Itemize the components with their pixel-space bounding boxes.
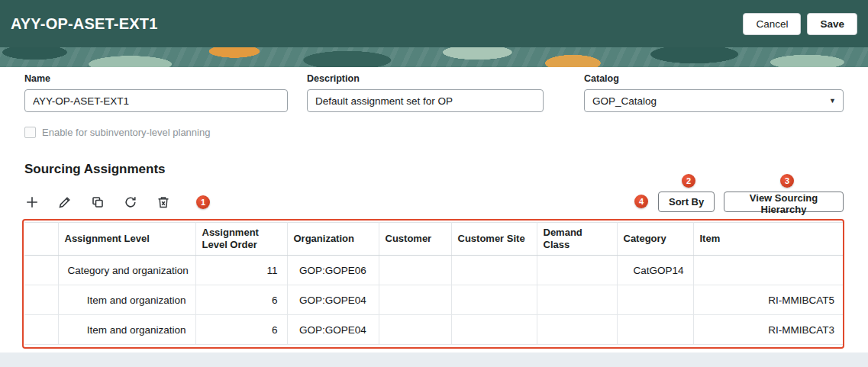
cell-customer bbox=[379, 315, 451, 345]
section-title: Sourcing Assignments bbox=[24, 162, 166, 177]
cell-organization: GOP:GOPE04 bbox=[287, 285, 379, 315]
refresh-icon bbox=[123, 195, 138, 210]
duplicate-icon bbox=[90, 195, 105, 210]
header-demand-class: Demand Class bbox=[537, 223, 617, 256]
header-category: Category bbox=[617, 223, 693, 256]
subinventory-checkbox-label: Enable for subinventory-level planning bbox=[42, 127, 210, 138]
add-icon bbox=[24, 195, 40, 210]
table-row[interactable]: Item and organization 6 GOP:GOPE04 RI-MM… bbox=[24, 315, 844, 345]
name-label: Name bbox=[24, 73, 288, 84]
edit-button[interactable] bbox=[56, 193, 74, 211]
cell-demand-class bbox=[537, 256, 617, 285]
cell-selector bbox=[24, 285, 58, 315]
delete-icon bbox=[156, 195, 171, 210]
edit-icon bbox=[57, 195, 73, 210]
sort-by-button[interactable]: Sort By bbox=[658, 192, 715, 212]
table-row[interactable]: Category and organization 11 GOP:GOPE06 … bbox=[24, 256, 844, 285]
description-label: Description bbox=[307, 73, 544, 84]
cell-customer bbox=[379, 285, 451, 315]
cell-customer-site bbox=[451, 315, 537, 345]
chevron-down-icon: ▼ bbox=[829, 97, 836, 105]
header-assignment-level: Assignment Level bbox=[58, 223, 195, 256]
cell-item: RI-MMIBCAT5 bbox=[693, 285, 844, 315]
catalog-selected-value: GOP_Catalog bbox=[592, 95, 657, 107]
table-header-row: Assignment Level Assignment Level Order … bbox=[24, 223, 844, 256]
cell-organization: GOP:GOPE04 bbox=[287, 315, 379, 345]
top-bar: AYY-OP-ASET-EXT1 Cancel Save bbox=[0, 0, 868, 47]
add-button[interactable] bbox=[23, 193, 41, 211]
cell-item: RI-MMIBCAT3 bbox=[693, 315, 844, 345]
header-customer-site: Customer Site bbox=[451, 223, 537, 256]
cell-order: 11 bbox=[195, 256, 287, 285]
description-field: Description bbox=[307, 73, 544, 112]
catalog-label: Catalog bbox=[584, 73, 844, 84]
main-content: Name Description Catalog GOP_Catalog ▼ E… bbox=[0, 67, 868, 353]
cell-category: CatGOP14 bbox=[617, 256, 693, 285]
catalog-field: Catalog GOP_Catalog ▼ bbox=[584, 73, 844, 112]
duplicate-button[interactable] bbox=[89, 193, 107, 211]
header-organization: Organization bbox=[287, 223, 379, 256]
cell-demand-class bbox=[537, 315, 617, 345]
header-customer: Customer bbox=[379, 223, 451, 256]
refresh-button[interactable] bbox=[121, 193, 140, 211]
page-title: AYY-OP-ASET-EXT1 bbox=[11, 15, 743, 33]
annotation-badge-3: 3 bbox=[780, 174, 794, 188]
cell-assignment-level: Category and organization bbox=[58, 256, 195, 285]
cell-order: 6 bbox=[195, 315, 287, 345]
delete-button[interactable] bbox=[154, 193, 173, 211]
cell-assignment-level: Item and organization bbox=[58, 285, 195, 315]
sourcing-assignments-table: Assignment Level Assignment Level Order … bbox=[24, 222, 844, 345]
header-selector bbox=[24, 223, 58, 256]
cell-organization: GOP:GOPE06 bbox=[287, 256, 379, 285]
save-button[interactable]: Save bbox=[807, 13, 857, 35]
name-field: Name bbox=[24, 73, 288, 112]
cell-demand-class bbox=[537, 285, 617, 315]
table-toolbar: 1 bbox=[23, 189, 210, 215]
annotation-badge-4: 4 bbox=[634, 195, 648, 208]
header-item: Item bbox=[693, 223, 844, 256]
description-input[interactable] bbox=[307, 89, 544, 112]
cell-customer bbox=[379, 256, 451, 285]
catalog-select[interactable]: GOP_Catalog ▼ bbox=[584, 89, 844, 112]
cell-selector bbox=[24, 256, 58, 285]
subinventory-checkbox[interactable] bbox=[24, 127, 36, 138]
cancel-button[interactable]: Cancel bbox=[743, 13, 801, 35]
annotation-badge-1: 1 bbox=[196, 195, 210, 209]
name-input[interactable] bbox=[24, 89, 288, 112]
annotation-badge-2: 2 bbox=[682, 174, 695, 188]
cell-category bbox=[617, 285, 693, 315]
cell-item bbox=[693, 256, 844, 285]
cell-selector bbox=[24, 315, 58, 345]
view-sourcing-hierarchy-button[interactable]: View Sourcing Hierarchy bbox=[724, 192, 844, 212]
page: AYY-OP-ASET-EXT1 Cancel Save Name Descri… bbox=[0, 0, 868, 367]
topbar-actions: Cancel Save bbox=[743, 13, 857, 35]
header-assignment-level-order: Assignment Level Order bbox=[195, 223, 287, 256]
cell-category bbox=[617, 315, 693, 345]
banner-pattern bbox=[0, 47, 868, 67]
table-row[interactable]: Item and organization 6 GOP:GOPE04 RI-MM… bbox=[24, 285, 844, 315]
subinventory-checkbox-row: Enable for subinventory-level planning bbox=[24, 127, 210, 138]
cell-assignment-level: Item and organization bbox=[58, 315, 195, 345]
cell-customer-site bbox=[451, 256, 537, 285]
cell-order: 6 bbox=[195, 285, 287, 315]
cell-customer-site bbox=[451, 285, 537, 315]
